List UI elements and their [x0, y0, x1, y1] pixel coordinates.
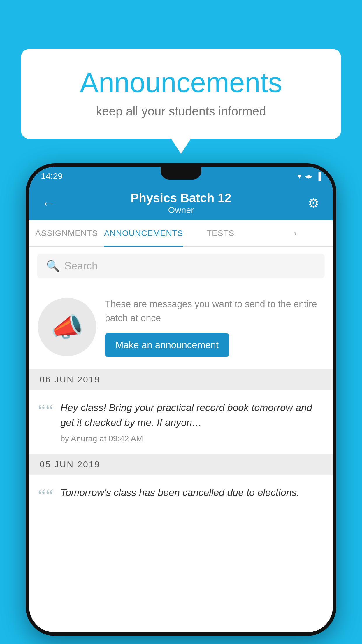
- app-bar-subtitle: Owner: [131, 205, 231, 215]
- announcement-item-2[interactable]: ““ Tomorrow's class has been cancelled d…: [29, 475, 333, 510]
- promo-icon-circle: 📣: [38, 298, 96, 356]
- announcement-content-2: Tomorrow's class has been cancelled due …: [60, 485, 324, 504]
- announcement-item-1[interactable]: ““ Hey class! Bring your practical recor…: [29, 390, 333, 454]
- status-icons: ▾ ◂▸ ▐: [298, 172, 321, 181]
- tab-assignments[interactable]: ASSIGNMENTS: [29, 220, 104, 246]
- tabs: ASSIGNMENTS ANNOUNCEMENTS TESTS ›: [29, 220, 333, 247]
- search-placeholder: Search: [64, 260, 98, 272]
- announcement-text-1: Hey class! Bring your practical record b…: [60, 400, 324, 430]
- battery-icon: ▐: [316, 172, 321, 181]
- speech-bubble: Announcements keep all your students inf…: [21, 49, 341, 139]
- signal-icon: ◂▸: [305, 172, 312, 181]
- tab-more[interactable]: ›: [258, 220, 333, 246]
- tab-tests[interactable]: TESTS: [183, 220, 258, 246]
- app-bar-title-area: Physics Batch 12 Owner: [131, 191, 231, 215]
- phone-screen: 14:29 ▾ ◂▸ ▐ ← Physics Batch 12 Owner ⚙ …: [29, 167, 333, 632]
- wifi-icon: ▾: [298, 172, 301, 181]
- announcement-meta-1: by Anurag at 09:42 AM: [60, 434, 324, 443]
- date-separator-2: 05 JUN 2019: [29, 454, 333, 475]
- promo-right: These are messages you want to send to t…: [105, 297, 324, 357]
- announcement-content-1: Hey class! Bring your practical record b…: [60, 400, 324, 443]
- app-bar: ← Physics Batch 12 Owner ⚙: [29, 186, 333, 220]
- notch: [161, 167, 201, 180]
- bubble-subtitle: keep all your students informed: [44, 104, 318, 118]
- app-bar-title: Physics Batch 12: [131, 191, 231, 205]
- search-bar[interactable]: 🔍 Search: [37, 254, 325, 278]
- quote-icon-2: ““: [38, 486, 53, 504]
- bubble-title: Announcements: [44, 66, 318, 99]
- status-bar: 14:29 ▾ ◂▸ ▐: [29, 167, 333, 186]
- status-time: 14:29: [41, 171, 63, 181]
- quote-icon-1: ““: [38, 401, 53, 419]
- phone-frame: 14:29 ▾ ◂▸ ▐ ← Physics Batch 12 Owner ⚙ …: [26, 163, 336, 636]
- date-separator-1: 06 JUN 2019: [29, 369, 333, 390]
- make-announcement-button[interactable]: Make an announcement: [105, 333, 229, 357]
- back-button[interactable]: ←: [40, 195, 57, 211]
- announcement-text-2: Tomorrow's class has been cancelled due …: [60, 485, 324, 500]
- tab-announcements[interactable]: ANNOUNCEMENTS: [104, 220, 183, 246]
- settings-icon[interactable]: ⚙: [305, 196, 322, 211]
- search-icon: 🔍: [46, 260, 60, 272]
- megaphone-icon: 📣: [51, 312, 83, 342]
- promo-description: These are messages you want to send to t…: [105, 297, 324, 325]
- promo-area: 📣 These are messages you want to send to…: [29, 285, 333, 369]
